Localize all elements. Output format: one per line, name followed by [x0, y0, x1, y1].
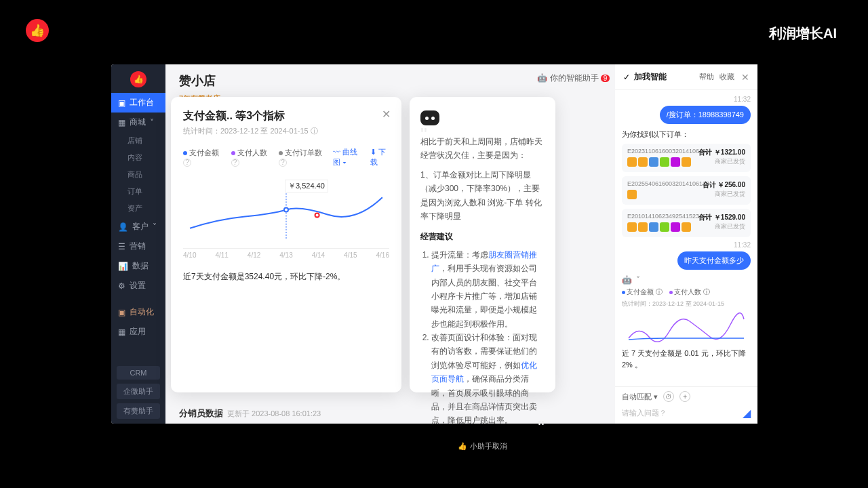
advice-foot[interactable]: 👍 小助手取消: [420, 440, 545, 453]
ai-reply-1: 为你找到以下订单：: [622, 129, 751, 140]
legend-amount[interactable]: 支付金额 ?: [183, 148, 222, 167]
sidebar-label: 营销: [130, 241, 146, 252]
sidebar-btn-youzan[interactable]: 有赞助手: [117, 403, 160, 419]
svg-point-2: [315, 214, 319, 218]
sidebar-btn-wecom[interactable]: 企微助手: [117, 384, 160, 399]
sidebar-label: 自动化: [130, 306, 154, 318]
ai-logo-icon: ✓: [623, 73, 630, 82]
user-msg-2: 昨天支付金额多少: [677, 251, 751, 270]
ai-panel: ✓ 加我智能 帮助 收藏 ✕ 11:32 /搜订单：18988398749 为你…: [615, 64, 757, 424]
modal-title: 支付金额.. 等3个指标: [183, 109, 389, 123]
order-card[interactable]: E20101410623492541523152合计 ￥1529.00商家已发货: [622, 209, 751, 237]
ai-summary: 近 7 天支付金额是 0.01 元，环比下降 2% 。: [622, 348, 751, 370]
advice-intro: 相比于前天和上周同期，店铺昨天经营状况欠佳，主要是因为：: [420, 135, 545, 163]
sidebar-item-customer[interactable]: 👤 客户 ˅: [111, 217, 165, 237]
sidebar-label: 应用: [130, 326, 146, 338]
close-icon[interactable]: ✕: [382, 108, 391, 121]
svg-point-1: [284, 207, 288, 211]
user-msg-1: /搜订单：18988398749: [660, 106, 751, 124]
sidebar-sub-store[interactable]: 店铺: [111, 132, 165, 149]
ai-body[interactable]: 11:32 /搜订单：18988398749 为你找到以下订单： E202311…: [615, 90, 757, 386]
chart-canvas: ￥3,524.40: [183, 174, 389, 249]
curve-toggle[interactable]: 〰 曲线图 ▾: [333, 147, 364, 167]
sidebar-sub-goods[interactable]: 商品: [111, 166, 165, 183]
plus-icon[interactable]: +: [679, 391, 690, 402]
sidebar-item-settings[interactable]: ⚙ 设置: [111, 276, 165, 296]
assist-link[interactable]: 🤖 你的智能助手 9: [537, 73, 610, 84]
ai-title: 加我智能: [634, 71, 694, 83]
logo-icon[interactable]: 👍: [130, 71, 146, 87]
sidebar-label: 设置: [130, 280, 146, 291]
brand-top: 利润增长AI: [769, 24, 837, 43]
sidebar-label: 工作台: [130, 97, 154, 108]
sidebar-item-marketing[interactable]: ☰ 营销: [111, 237, 165, 256]
ai-header: ✓ 加我智能 帮助 收藏 ✕: [615, 64, 757, 90]
advice-heading: 经营建议: [420, 230, 545, 243]
timestamp: 11:32: [622, 96, 751, 103]
advice-list: 提升流量：考虑朋友圈营销推广，利用手头现有资源如公司内部人员的朋友圈、社交平台小…: [420, 248, 545, 428]
bot-mini-icon: 🤖: [622, 275, 632, 285]
clock-icon[interactable]: ⏱: [663, 391, 674, 402]
sidebar-label: 商城: [130, 117, 146, 128]
bot-icon: [420, 110, 439, 125]
chart-tooltip: ￥3,524.40: [285, 180, 328, 192]
legend-row: 支付金额 ? 支付人数 ? 支付订单数 ? 〰 曲线图 ▾ ⬇ 下载: [183, 147, 389, 167]
thumb-badge: 👍: [26, 19, 49, 42]
modal-advice: " 相比于前天和上周同期，店铺昨天经营状况欠佳，主要是因为： 1、订单金额对比上…: [410, 97, 555, 392]
x-axis: 4/104/114/124/134/144/154/16: [183, 251, 389, 259]
advice-item-2: 改善页面设计和体验：面对现有的访客数，需要保证他们的浏览体验尽可能好，例如优化页…: [431, 331, 545, 428]
timestamp: 11:32: [622, 241, 751, 249]
mini-period: 统计时间：2023-12-12 至 2024-01-15: [622, 300, 751, 308]
chart-summary: 近7天支付金额是3524.40元，环比下降-2%。: [183, 271, 389, 283]
sidebar-item-apps[interactable]: ▦ 应用: [111, 322, 165, 342]
advice-reason: 1、订单金额对比上周下降明显（减少300，下降率30%），主要是因为浏览人数和 …: [420, 168, 545, 224]
sidebar-item-automation[interactable]: ▣ 自动化: [111, 302, 165, 322]
mini-chart: [622, 311, 751, 344]
sidebar-sub-order[interactable]: 订单: [111, 183, 165, 200]
sidebar-label: 数据: [132, 260, 149, 272]
ai-footer: 自动匹配 ▾ ⏱ + ◢: [615, 386, 757, 424]
ai-input[interactable]: [622, 406, 738, 420]
sidebar-label: 客户: [132, 221, 149, 232]
ai-help-link[interactable]: 帮助: [699, 72, 714, 82]
legend-orders[interactable]: 支付订单数 ?: [279, 148, 323, 167]
advice-item-1: 提升流量：考虑朋友圈营销推广，利用手头现有资源如公司内部人员的朋友圈、社交平台小…: [431, 248, 545, 331]
ai-fav-link[interactable]: 收藏: [719, 72, 734, 82]
mini-legend: 支付金额 ⓘ 支付人数 ⓘ: [622, 287, 751, 297]
order-card[interactable]: E20231106160032014106181合计 ￥1321.00商家已发货: [622, 144, 751, 172]
sidebar: 👍 ▣ 工作台 ▦ 商城 ˅ 店铺 内容 商品 订单 资产 👤 客户 ˅ ☰ 营…: [111, 64, 165, 424]
chevron-down-icon[interactable]: ˅: [636, 275, 640, 285]
legend-people[interactable]: 支付人数 ?: [231, 148, 270, 167]
order-card[interactable]: E20255406160032014106112合计 ￥256.00商家已发货: [622, 176, 751, 205]
ai-mode-row: 自动匹配 ▾ ⏱ +: [622, 391, 751, 402]
sidebar-btn-crm[interactable]: CRM: [117, 366, 160, 380]
sidebar-item-data[interactable]: 📊 数据: [111, 256, 165, 276]
sidebar-sub-content[interactable]: 内容: [111, 149, 165, 166]
ai-close-icon[interactable]: ✕: [741, 72, 749, 83]
sidebar-item-workbench[interactable]: ▣ 工作台: [111, 93, 165, 113]
modal-chart: 支付金额.. 等3个指标 ✕ 统计时间：2023-12-12 至 2024-01…: [171, 97, 401, 392]
sidebar-item-mall[interactable]: ▦ 商城 ˅: [111, 113, 165, 132]
send-icon[interactable]: ◢: [743, 407, 751, 420]
modal-period: 统计时间：2023-12-12 至 2024-01-15 ⓘ: [183, 126, 389, 136]
ai-mode-select[interactable]: 自动匹配 ▾: [622, 392, 658, 402]
ai-input-row: ◢: [622, 406, 751, 420]
sidebar-sub-asset[interactable]: 资产: [111, 200, 165, 217]
download-link[interactable]: ⬇ 下载: [370, 147, 389, 167]
distributor-heading: 分销员数据更新于 2023-08-08 16:01:23: [179, 407, 321, 420]
